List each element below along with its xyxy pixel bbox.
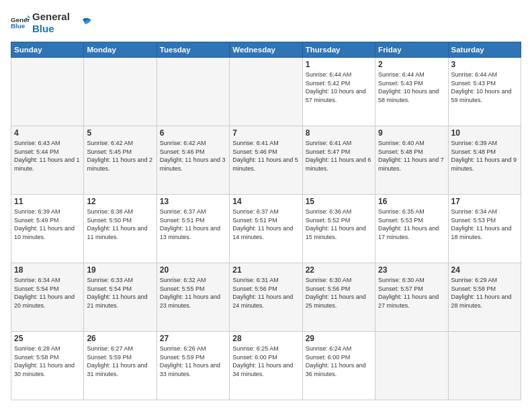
calendar-cell: 11Sunrise: 6:39 AM Sunset: 5:49 PM Dayli… xyxy=(11,195,84,263)
logo-icon: General Blue xyxy=(11,13,30,32)
day-number: 5 xyxy=(87,128,153,138)
calendar-cell xyxy=(157,58,229,126)
day-number: 13 xyxy=(160,197,226,206)
day-info: Sunrise: 6:39 AM Sunset: 5:49 PM Dayligh… xyxy=(14,208,81,241)
calendar-header-monday: Monday xyxy=(84,42,157,58)
day-info: Sunrise: 6:28 AM Sunset: 5:58 PM Dayligh… xyxy=(14,345,81,378)
day-info: Sunrise: 6:24 AM Sunset: 6:00 PM Dayligh… xyxy=(306,345,372,378)
day-number: 10 xyxy=(451,128,518,138)
calendar-header-friday: Friday xyxy=(375,42,448,58)
day-info: Sunrise: 6:25 AM Sunset: 6:00 PM Dayligh… xyxy=(232,345,299,378)
page: General Blue General Blue SundayMondayTu… xyxy=(0,0,532,411)
calendar-cell: 22Sunrise: 6:30 AM Sunset: 5:56 PM Dayli… xyxy=(302,263,375,332)
calendar-cell: 27Sunrise: 6:26 AM Sunset: 5:59 PM Dayli… xyxy=(157,332,229,400)
day-number: 1 xyxy=(306,60,372,69)
day-info: Sunrise: 6:35 AM Sunset: 5:53 PM Dayligh… xyxy=(378,208,445,241)
day-number: 24 xyxy=(451,265,518,275)
calendar-header-tuesday: Tuesday xyxy=(157,42,229,58)
logo-bird-icon xyxy=(73,16,93,30)
day-info: Sunrise: 6:40 AM Sunset: 5:48 PM Dayligh… xyxy=(378,139,445,173)
logo: General Blue General Blue xyxy=(11,11,93,35)
day-info: Sunrise: 6:42 AM Sunset: 5:45 PM Dayligh… xyxy=(87,139,153,173)
calendar-cell xyxy=(448,332,521,400)
day-number: 25 xyxy=(14,334,81,343)
day-info: Sunrise: 6:27 AM Sunset: 5:59 PM Dayligh… xyxy=(87,345,153,378)
day-info: Sunrise: 6:36 AM Sunset: 5:52 PM Dayligh… xyxy=(306,208,372,241)
calendar-cell: 9Sunrise: 6:40 AM Sunset: 5:48 PM Daylig… xyxy=(375,126,448,195)
day-number: 4 xyxy=(14,128,81,138)
calendar-week-row: 11Sunrise: 6:39 AM Sunset: 5:49 PM Dayli… xyxy=(11,195,521,263)
day-info: Sunrise: 6:37 AM Sunset: 5:51 PM Dayligh… xyxy=(160,208,226,241)
day-info: Sunrise: 6:42 AM Sunset: 5:46 PM Dayligh… xyxy=(160,139,226,173)
calendar-cell: 7Sunrise: 6:41 AM Sunset: 5:46 PM Daylig… xyxy=(230,126,302,195)
day-number: 22 xyxy=(306,265,372,275)
calendar-cell xyxy=(84,58,157,126)
calendar-cell: 21Sunrise: 6:31 AM Sunset: 5:56 PM Dayli… xyxy=(230,263,302,332)
calendar-cell: 14Sunrise: 6:37 AM Sunset: 5:51 PM Dayli… xyxy=(230,195,302,263)
day-info: Sunrise: 6:29 AM Sunset: 5:58 PM Dayligh… xyxy=(451,276,518,310)
day-number: 21 xyxy=(232,265,299,275)
day-number: 27 xyxy=(160,334,226,343)
day-number: 6 xyxy=(160,128,226,138)
calendar-cell: 18Sunrise: 6:34 AM Sunset: 5:54 PM Dayli… xyxy=(11,263,84,332)
calendar-cell xyxy=(11,58,84,126)
day-number: 12 xyxy=(87,197,153,206)
day-info: Sunrise: 6:41 AM Sunset: 5:47 PM Dayligh… xyxy=(306,139,372,173)
day-number: 20 xyxy=(160,265,226,275)
day-number: 7 xyxy=(232,128,299,138)
day-number: 19 xyxy=(87,265,153,275)
calendar-cell: 4Sunrise: 6:43 AM Sunset: 5:44 PM Daylig… xyxy=(11,126,84,195)
day-number: 23 xyxy=(378,265,445,275)
calendar-header-sunday: Sunday xyxy=(11,42,84,58)
day-number: 8 xyxy=(306,128,372,138)
day-number: 28 xyxy=(232,334,299,343)
day-number: 2 xyxy=(378,60,445,69)
day-info: Sunrise: 6:37 AM Sunset: 5:51 PM Dayligh… xyxy=(232,208,299,241)
calendar-cell: 29Sunrise: 6:24 AM Sunset: 6:00 PM Dayli… xyxy=(302,332,375,400)
calendar-header-row: SundayMondayTuesdayWednesdayThursdayFrid… xyxy=(11,42,521,58)
day-number: 11 xyxy=(14,197,81,206)
calendar-cell xyxy=(375,332,448,400)
day-info: Sunrise: 6:30 AM Sunset: 5:56 PM Dayligh… xyxy=(306,276,372,310)
calendar-cell: 28Sunrise: 6:25 AM Sunset: 6:00 PM Dayli… xyxy=(230,332,302,400)
calendar-cell: 3Sunrise: 6:44 AM Sunset: 5:43 PM Daylig… xyxy=(448,58,521,126)
calendar-week-row: 18Sunrise: 6:34 AM Sunset: 5:54 PM Dayli… xyxy=(11,263,521,332)
calendar-week-row: 25Sunrise: 6:28 AM Sunset: 5:58 PM Dayli… xyxy=(11,332,521,400)
calendar-week-row: 4Sunrise: 6:43 AM Sunset: 5:44 PM Daylig… xyxy=(11,126,521,195)
calendar-cell: 13Sunrise: 6:37 AM Sunset: 5:51 PM Dayli… xyxy=(157,195,229,263)
calendar-cell: 24Sunrise: 6:29 AM Sunset: 5:58 PM Dayli… xyxy=(448,263,521,332)
day-number: 17 xyxy=(451,197,518,206)
day-number: 15 xyxy=(306,197,372,206)
svg-text:Blue: Blue xyxy=(11,22,26,30)
day-info: Sunrise: 6:39 AM Sunset: 5:48 PM Dayligh… xyxy=(451,139,518,173)
calendar-table: SundayMondayTuesdayWednesdayThursdayFrid… xyxy=(11,42,521,400)
day-info: Sunrise: 6:43 AM Sunset: 5:44 PM Dayligh… xyxy=(14,139,81,173)
calendar-cell: 20Sunrise: 6:32 AM Sunset: 5:55 PM Dayli… xyxy=(157,263,229,332)
header: General Blue General Blue xyxy=(11,11,521,35)
calendar-cell: 16Sunrise: 6:35 AM Sunset: 5:53 PM Dayli… xyxy=(375,195,448,263)
calendar-cell: 12Sunrise: 6:38 AM Sunset: 5:50 PM Dayli… xyxy=(84,195,157,263)
calendar-cell: 26Sunrise: 6:27 AM Sunset: 5:59 PM Dayli… xyxy=(84,332,157,400)
logo-general: General xyxy=(32,11,70,23)
day-info: Sunrise: 6:32 AM Sunset: 5:55 PM Dayligh… xyxy=(160,276,226,310)
day-number: 16 xyxy=(378,197,445,206)
calendar-cell: 15Sunrise: 6:36 AM Sunset: 5:52 PM Dayli… xyxy=(302,195,375,263)
calendar-cell: 1Sunrise: 6:44 AM Sunset: 5:42 PM Daylig… xyxy=(302,58,375,126)
day-info: Sunrise: 6:44 AM Sunset: 5:42 PM Dayligh… xyxy=(306,71,372,104)
calendar-cell: 10Sunrise: 6:39 AM Sunset: 5:48 PM Dayli… xyxy=(448,126,521,195)
day-number: 3 xyxy=(451,60,518,69)
calendar-cell: 23Sunrise: 6:30 AM Sunset: 5:57 PM Dayli… xyxy=(375,263,448,332)
day-number: 29 xyxy=(306,334,372,343)
day-number: 26 xyxy=(87,334,153,343)
calendar-cell: 5Sunrise: 6:42 AM Sunset: 5:45 PM Daylig… xyxy=(84,126,157,195)
day-number: 18 xyxy=(14,265,81,275)
calendar-week-row: 1Sunrise: 6:44 AM Sunset: 5:42 PM Daylig… xyxy=(11,58,521,126)
calendar-cell: 19Sunrise: 6:33 AM Sunset: 5:54 PM Dayli… xyxy=(84,263,157,332)
day-info: Sunrise: 6:41 AM Sunset: 5:46 PM Dayligh… xyxy=(232,139,299,173)
day-info: Sunrise: 6:44 AM Sunset: 5:43 PM Dayligh… xyxy=(451,71,518,104)
day-number: 14 xyxy=(232,197,299,206)
calendar-header-wednesday: Wednesday xyxy=(230,42,302,58)
day-info: Sunrise: 6:26 AM Sunset: 5:59 PM Dayligh… xyxy=(160,345,226,378)
logo-blue: Blue xyxy=(32,23,70,35)
day-info: Sunrise: 6:34 AM Sunset: 5:54 PM Dayligh… xyxy=(14,276,81,310)
